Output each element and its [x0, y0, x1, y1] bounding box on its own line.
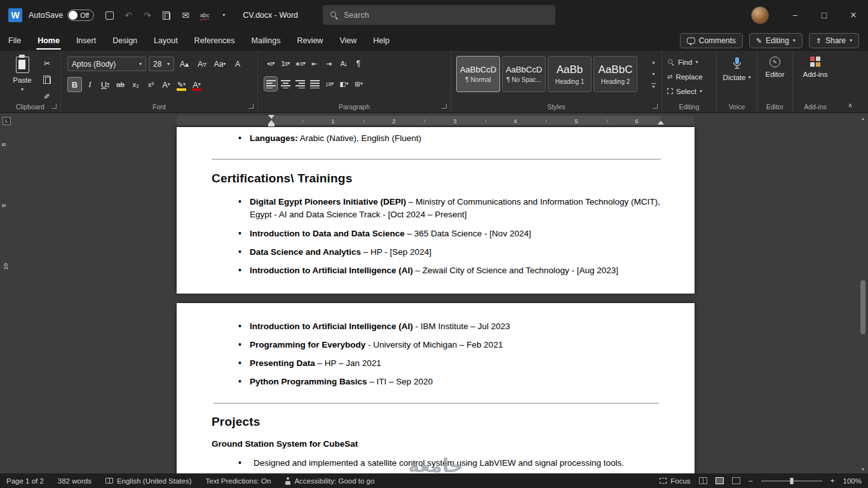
document-page-2[interactable]: Introduction to Artificial Intelligence … — [177, 303, 695, 487]
tab-design[interactable]: Design — [104, 30, 146, 51]
avatar[interactable] — [751, 6, 769, 24]
find-button[interactable]: Find ▾ — [667, 57, 703, 67]
style-heading-1[interactable]: AaBb Heading 1 — [548, 56, 592, 92]
undo-button[interactable]: ↶ — [119, 6, 137, 24]
font-dialog-launcher-icon[interactable] — [248, 104, 254, 109]
clipboard-dialog-launcher-icon[interactable] — [51, 104, 57, 109]
right-indent-marker[interactable] — [658, 121, 664, 125]
zoom-in-button[interactable]: + — [831, 477, 835, 485]
shading-button[interactable]: ◧▾ — [337, 77, 350, 91]
underline-button[interactable]: U▾ — [98, 77, 112, 92]
zoom-slider[interactable] — [761, 480, 822, 482]
editing-mode-button[interactable]: ✎ Editing ▾ — [749, 33, 803, 48]
tab-home[interactable]: Home — [29, 30, 68, 51]
horizontal-ruler[interactable]: 1 2 3 4 5 6 — [0, 114, 858, 127]
strikethrough-button[interactable]: ab — [113, 77, 128, 92]
save-button[interactable] — [100, 6, 118, 24]
customize-qat-button[interactable]: ▾ — [215, 6, 233, 24]
tab-file[interactable]: File — [0, 30, 29, 51]
autosave-control[interactable]: AutoSave Off — [29, 10, 94, 21]
justify-button[interactable] — [308, 77, 321, 91]
email-button[interactable]: ✉ — [177, 6, 194, 24]
tab-review[interactable]: Review — [288, 30, 331, 51]
text-predictions[interactable]: Text Predictions: On — [206, 477, 271, 485]
focus-button[interactable]: Focus — [660, 477, 690, 485]
superscript-button[interactable]: x² — [144, 77, 158, 92]
autosave-toggle[interactable]: Off — [67, 10, 94, 21]
select-button[interactable]: Select ▾ — [667, 86, 703, 97]
format-painter-button[interactable]: ✐ — [39, 90, 55, 103]
scroll-up-button[interactable]: ▲ — [858, 114, 868, 123]
vertical-ruler[interactable]: L 8 9 10 — [0, 127, 11, 294]
styles-more-button[interactable]: ▼ — [649, 80, 658, 92]
decrease-indent-button[interactable]: ⇤ — [308, 57, 321, 71]
tab-selector[interactable]: L — [3, 117, 11, 125]
bold-button[interactable]: B — [67, 77, 82, 92]
change-case-button[interactable]: Aa▾ — [212, 57, 227, 71]
style-heading-2[interactable]: AaBbC Heading 2 — [593, 56, 637, 92]
text-effects-button[interactable]: A▾ — [159, 77, 173, 92]
shrink-font-button[interactable]: A▿ — [194, 57, 210, 71]
print-layout-button[interactable] — [715, 477, 724, 484]
accessibility-status[interactable]: Accessibility: Good to go — [285, 477, 374, 485]
read-mode-button[interactable] — [699, 477, 707, 484]
addins-button[interactable]: Add-ins — [799, 57, 832, 102]
editor-button[interactable]: ✎ Editor — [759, 57, 792, 102]
styles-dialog-launcher-icon[interactable] — [653, 104, 658, 109]
bullets-button[interactable]: •≡▾ — [264, 57, 277, 71]
maximize-button[interactable]: □ — [810, 0, 839, 30]
style-no-spacing[interactable]: AaBbCcD ¶ No Spac... — [502, 56, 546, 92]
tab-view[interactable]: View — [331, 30, 365, 51]
increase-indent-button[interactable]: ⇥ — [323, 57, 336, 71]
dictate-button[interactable]: Dictate ▾ — [721, 57, 754, 102]
zoom-level[interactable]: 100% — [843, 477, 862, 485]
align-left-button[interactable] — [264, 77, 277, 91]
align-center-button[interactable] — [279, 77, 292, 91]
style-normal[interactable]: AaBbCcD ¶ Normal — [456, 56, 500, 92]
paste-button[interactable]: Paste ▾ — [8, 57, 37, 104]
styles-scroll-up-button[interactable]: ▲ — [649, 56, 658, 68]
copy-document-button[interactable] — [158, 6, 175, 24]
web-layout-button[interactable] — [732, 477, 740, 484]
font-size-combo[interactable]: 28 ▾ — [149, 57, 174, 71]
close-button[interactable]: × — [839, 0, 868, 30]
scroll-down-button[interactable]: ▼ — [858, 464, 868, 473]
show-formatting-marks-button[interactable]: ¶ — [352, 57, 365, 71]
replace-button[interactable]: ⇄ Replace — [667, 71, 703, 82]
language-indicator[interactable]: English (United States) — [105, 477, 192, 485]
font-name-combo[interactable]: Aptos (Body) ▾ — [67, 57, 146, 71]
comments-button[interactable]: Comments — [680, 33, 743, 48]
multilevel-list-button[interactable]: ∗≡▾ — [294, 57, 306, 71]
cut-button[interactable]: ✂ — [39, 57, 55, 70]
minimize-button[interactable]: − — [780, 0, 810, 30]
scrollbar-thumb[interactable] — [860, 280, 865, 334]
subscript-button[interactable]: x₂ — [128, 77, 143, 92]
line-spacing-button[interactable]: ↕≡▾ — [323, 77, 336, 91]
tab-mailings[interactable]: Mailings — [243, 30, 289, 51]
search-box[interactable]: Search — [323, 5, 555, 25]
word-count[interactable]: 382 words — [58, 477, 92, 485]
share-button[interactable]: ⇑ Share ▾ — [809, 33, 859, 48]
tab-insert[interactable]: Insert — [68, 30, 104, 51]
redo-button[interactable]: ↷ — [139, 6, 156, 24]
copy-button[interactable] — [39, 73, 55, 86]
numbering-button[interactable]: 1≡▾ — [279, 57, 292, 71]
tab-help[interactable]: Help — [365, 30, 398, 51]
first-line-indent-marker[interactable] — [268, 115, 275, 119]
styles-scroll-down-button[interactable]: ▼ — [649, 68, 658, 80]
tab-layout[interactable]: Layout — [146, 30, 186, 51]
align-right-button[interactable] — [294, 77, 306, 91]
highlight-button[interactable]: ✎▾ — [174, 77, 189, 92]
clear-formatting-button[interactable]: A — [230, 57, 245, 71]
sort-button[interactable]: A↓ — [337, 57, 350, 71]
left-indent-marker[interactable] — [268, 124, 275, 126]
font-color-button[interactable]: A▾ — [189, 77, 204, 92]
vertical-scrollbar[interactable]: ▲ ▼ — [858, 114, 868, 473]
tab-references[interactable]: References — [186, 30, 243, 51]
zoom-slider-thumb[interactable] — [790, 478, 793, 484]
document-page-1[interactable]: Languages: Arabic (Native), English (Flu… — [177, 127, 695, 294]
page-indicator[interactable]: Page 1 of 2 — [6, 477, 44, 485]
zoom-out-button[interactable]: − — [749, 477, 753, 485]
paragraph-dialog-launcher-icon[interactable] — [442, 104, 447, 109]
borders-button[interactable]: ⊞▾ — [352, 77, 365, 91]
